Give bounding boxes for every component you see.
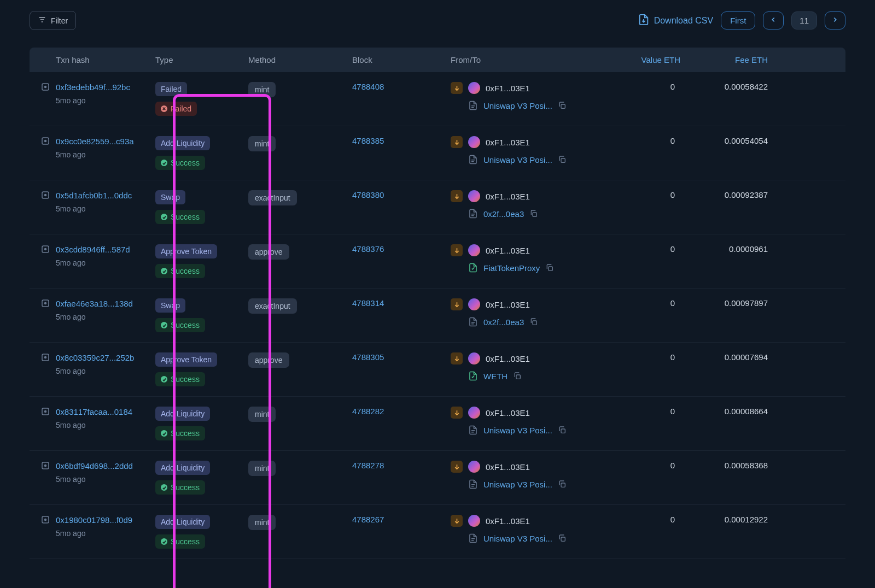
type-tag: Failed [155,82,187,96]
from-address[interactable]: 0xF1...03E1 [486,246,530,255]
block-link[interactable]: 4788305 [352,352,384,362]
avatar [468,298,480,310]
from-address[interactable]: 0xF1...03E1 [486,192,530,201]
table-row: 0x3cdd8946ff...587d 5mo ago Approve Toke… [30,234,845,289]
copy-icon[interactable] [513,372,522,380]
block-link[interactable]: 4788408 [352,82,384,91]
next-page-button[interactable] [825,11,845,30]
contract-icon [468,317,478,327]
to-address-link[interactable]: Uniswap V3 Posi... [483,480,552,489]
details-icon[interactable] [40,244,50,254]
status-badge: Success [155,480,205,495]
col-fee[interactable]: Fee ETH [680,55,768,64]
filter-label: Filter [51,16,68,25]
block-link[interactable]: 4788380 [352,190,384,199]
col-value[interactable]: Value ETH [609,55,680,64]
txn-hash-link[interactable]: 0x3cdd8946ff...587d [56,245,130,254]
to-address-link[interactable]: Uniswap V3 Posi... [483,101,552,110]
download-csv-link[interactable]: Download CSV [638,14,714,28]
copy-icon[interactable] [558,155,567,164]
method-badge: approve [248,244,289,260]
to-address-link[interactable]: FiatTokenProxy [483,263,540,273]
copy-icon[interactable] [529,209,538,218]
from-address[interactable]: 0xF1...03E1 [486,84,530,93]
first-page-button[interactable]: First [721,11,755,30]
prev-page-button[interactable] [763,11,784,30]
svg-point-18 [45,195,46,196]
details-icon[interactable] [40,515,50,525]
avatar [468,515,480,527]
block-link[interactable]: 4788278 [352,461,384,470]
copy-icon[interactable] [558,426,567,434]
status-badge: Success [155,318,205,332]
details-icon[interactable] [40,82,50,92]
value-eth: 0 [609,82,680,91]
block-link[interactable]: 4788282 [352,407,384,416]
contract-icon [468,425,478,435]
direction-in-icon [451,244,463,256]
block-link[interactable]: 4788376 [352,244,384,254]
txn-hash-link[interactable]: 0x5d1afcb0b1...0ddc [56,191,132,200]
txn-hash-link[interactable]: 0x83117facaa...0184 [56,407,132,416]
txn-age: 5mo ago [40,96,155,105]
block-link[interactable]: 4788267 [352,515,384,524]
avatar [468,82,480,94]
copy-icon[interactable] [558,480,567,489]
to-address-link[interactable]: Uniswap V3 Posi... [483,155,552,164]
status-badge: Success [155,426,205,440]
table-row: 0x83117facaa...0184 5mo ago Add Liquidit… [30,397,845,451]
copy-icon[interactable] [558,101,567,110]
status-badge: Success [155,534,205,549]
from-address[interactable]: 0xF1...03E1 [486,516,530,526]
txn-hash-link[interactable]: 0x9cc0e82559...c93a [56,137,134,146]
block-link[interactable]: 4788314 [352,298,384,308]
to-address-link[interactable]: WETH [483,372,508,381]
direction-in-icon [451,352,463,364]
filter-button[interactable]: Filter [30,11,76,30]
details-icon[interactable] [40,461,50,471]
details-icon[interactable] [40,190,50,200]
col-block: Block [352,55,451,64]
txn-hash-link[interactable]: 0x1980c01798...f0d9 [56,515,132,525]
svg-rect-10 [561,104,565,108]
type-tag: Add Liquidity [155,461,210,475]
svg-point-34 [45,357,46,358]
current-page: 11 [791,11,817,30]
to-address-link[interactable]: 0x2f...0ea3 [483,209,524,219]
to-address-link[interactable]: Uniswap V3 Posi... [483,534,552,543]
csv-icon [638,14,650,28]
block-link[interactable]: 4788385 [352,136,384,145]
table-row: 0xfae46e3a18...138d 5mo ago Swap Success… [30,289,845,343]
txn-hash-link[interactable]: 0xfae46e3a18...138d [56,299,133,308]
avatar [468,461,480,473]
details-icon[interactable] [40,352,50,362]
from-address[interactable]: 0xF1...03E1 [486,138,530,147]
method-badge: mint [248,82,276,97]
to-address-link[interactable]: 0x2f...0ea3 [483,317,524,327]
details-icon[interactable] [40,298,50,308]
from-address[interactable]: 0xF1...03E1 [486,408,530,418]
contract-icon [468,155,478,164]
txn-hash-link[interactable]: 0x8c03359c27...252b [56,353,134,362]
from-address[interactable]: 0xF1...03E1 [486,462,530,472]
method-badge: approve [248,352,289,368]
status-badge: Success [155,372,205,386]
txn-hash-link[interactable]: 0xf3edebb49f...92bc [56,83,130,92]
from-address[interactable]: 0xF1...03E1 [486,300,530,309]
svg-point-24 [45,249,46,250]
copy-icon[interactable] [545,263,554,272]
value-eth: 0 [609,515,680,524]
to-address-link[interactable]: Uniswap V3 Posi... [483,426,552,435]
txn-hash-link[interactable]: 0x6bdf94d698...2ddd [56,461,133,471]
copy-icon[interactable] [529,317,538,326]
method-badge: mint [248,136,276,151]
svg-rect-54 [561,537,565,541]
txn-age: 5mo ago [40,475,155,484]
details-icon[interactable] [40,407,50,416]
from-address[interactable]: 0xF1...03E1 [486,354,530,363]
contract-icon [468,209,478,219]
details-icon[interactable] [40,136,50,146]
table-row: 0x9cc0e82559...c93a 5mo ago Add Liquidit… [30,126,845,180]
copy-icon[interactable] [558,534,567,543]
check-icon [161,322,167,328]
